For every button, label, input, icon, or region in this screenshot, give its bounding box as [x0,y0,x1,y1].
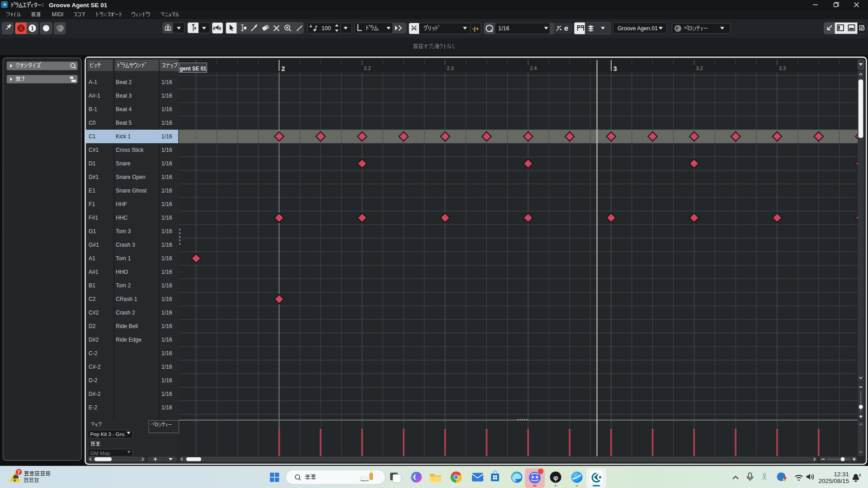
svg-text:C#1: C#1 [89,147,99,153]
svg-text:12:31: 12:31 [834,471,849,478]
svg-text:gent SE 01: gent SE 01 [180,66,207,72]
svg-text:1: 1 [31,25,34,32]
svg-text:1/16: 1/16 [161,201,172,207]
svg-text:1/16: 1/16 [161,133,172,140]
svg-text:Ride Bell: Ride Bell [116,323,138,329]
svg-text:1/16: 1/16 [161,242,172,248]
svg-text:Groove Agent SE 01: Groove Agent SE 01 [49,2,108,9]
svg-text:1/16: 1/16 [161,377,172,384]
svg-text:G1: G1 [89,228,96,235]
svg-text:S: S [19,25,23,32]
svg-text:Pop Kit 3 - Gro.: Pop Kit 3 - Gro. [90,432,126,437]
svg-text:Tom 1: Tom 1 [116,255,131,262]
svg-text:Snare Open: Snare Open [116,174,146,180]
svg-text:GM Map: GM Map [90,450,110,456]
svg-text:1/16: 1/16 [161,391,172,397]
svg-text:F#1: F#1 [89,215,98,221]
svg-text:1/16: 1/16 [161,337,172,343]
svg-text:-|+: -|+ [472,25,479,32]
svg-text:1/16: 1/16 [161,350,172,357]
svg-text:1/16: 1/16 [161,269,172,275]
svg-text:D2: D2 [89,323,96,329]
svg-text:HHC: HHC [116,215,128,221]
svg-text:F1: F1 [89,201,95,207]
svg-text:C1: C1 [89,133,96,140]
svg-text:2.4: 2.4 [530,66,537,71]
svg-text:Kick 1: Kick 1 [116,133,131,140]
svg-text:CRash 1: CRash 1 [116,296,137,302]
svg-text:1/16: 1/16 [161,364,172,370]
svg-text:HHF: HHF [116,201,127,207]
svg-text:1/16: 1/16 [161,228,172,235]
svg-text:1/16: 1/16 [161,255,172,262]
svg-text:z: z [859,473,861,477]
svg-text:C#2: C#2 [89,310,99,316]
svg-text:1/16: 1/16 [161,174,172,180]
svg-text:.: . [378,25,379,32]
svg-text:1/16: 1/16 [498,25,509,32]
svg-text:7: 7 [18,469,20,475]
svg-text:E1: E1 [89,188,95,194]
svg-text:1/16: 1/16 [161,404,172,411]
svg-text:Snare Ghost: Snare Ghost [116,188,147,194]
svg-text:3: 3 [613,65,617,72]
svg-text:Tom 3: Tom 3 [116,228,131,235]
svg-text:E-2: E-2 [89,404,97,411]
svg-text:MIDI: MIDI [52,11,64,18]
svg-text:1/16: 1/16 [161,296,172,302]
svg-text:A#1: A#1 [89,269,99,275]
svg-text:1/16: 1/16 [161,323,172,329]
svg-text:1/16: 1/16 [161,106,172,113]
svg-text:Tom 2: Tom 2 [116,282,131,289]
svg-text:Ride Edge: Ride Edge [116,337,142,343]
svg-text:Snare: Snare [116,160,131,167]
svg-text:2025/08/15: 2025/08/15 [818,478,849,484]
svg-text:1/16: 1/16 [161,310,172,316]
svg-text:2.3: 2.3 [447,66,454,71]
svg-text:Beat 2: Beat 2 [116,79,132,85]
svg-text:Beat 3: Beat 3 [116,93,132,99]
svg-text:1/16: 1/16 [161,79,172,85]
svg-text:C-2: C-2 [89,350,98,357]
svg-text:C0: C0 [89,120,96,126]
svg-text:3.3: 3.3 [779,66,786,71]
svg-text:B-1: B-1 [89,106,97,113]
svg-text:Beat 5: Beat 5 [116,120,132,126]
svg-text:1/16: 1/16 [161,282,172,289]
svg-text:2.2: 2.2 [364,66,371,71]
svg-text:D#1: D#1 [89,174,99,180]
svg-text:Beat 4: Beat 4 [116,106,132,113]
svg-text:1/16: 1/16 [161,188,172,194]
svg-text:1/16: 1/16 [161,215,172,221]
svg-text:Cross Stick: Cross Stick [116,147,144,153]
svg-text:1/16: 1/16 [161,160,172,167]
svg-text:1/16: 1/16 [161,147,172,153]
svg-text:Crash 3: Crash 3 [116,242,135,248]
svg-text:Crash 2: Crash 2 [116,310,135,316]
svg-text:C#-2: C#-2 [89,364,101,370]
svg-text:1/16: 1/16 [161,120,172,126]
svg-text:e: e [564,24,568,32]
svg-text:2: 2 [281,65,285,72]
svg-text:3.2: 3.2 [696,66,703,71]
svg-text:D1: D1 [89,160,96,167]
svg-text:D-2: D-2 [89,377,98,384]
svg-text:D#2: D#2 [89,337,99,343]
svg-text:D#-2: D#-2 [89,391,101,397]
svg-text:A1: A1 [89,255,95,262]
svg-text:φ: φ [553,474,558,481]
svg-text:1/16: 1/16 [161,93,172,99]
svg-text:100: 100 [321,25,331,32]
svg-text:Groove Agen.01: Groove Agen.01 [618,25,658,32]
svg-text:C2: C2 [89,296,96,302]
svg-text:G#1: G#1 [89,242,99,248]
svg-text:HHO: HHO [116,269,128,275]
svg-text:A#-1: A#-1 [89,93,100,99]
svg-text:B1: B1 [89,282,95,289]
svg-text:A-1: A-1 [89,79,97,85]
